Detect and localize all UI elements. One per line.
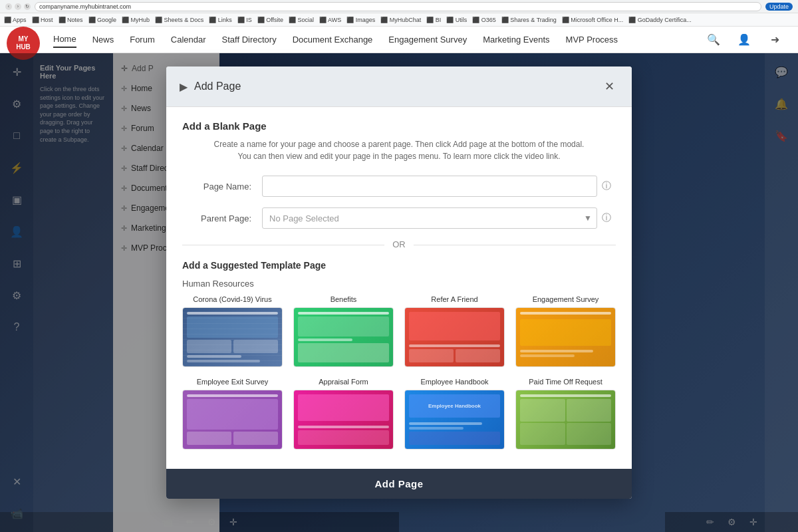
category-human-resources: Human Resources: [182, 279, 616, 289]
parent-page-row: Parent Page: No Page Selected ▼ ⓘ: [182, 207, 616, 229]
parent-page-info-icon[interactable]: ⓘ: [597, 212, 616, 224]
parent-page-select[interactable]: No Page Selected: [262, 207, 597, 229]
logout-button[interactable]: ➜: [765, 30, 785, 50]
modal-video-icon: ▶: [180, 80, 188, 93]
template-pto-thumb: [515, 390, 616, 450]
templates-grid-row2: Employee Exit Survey Appraisa: [182, 378, 616, 450]
template-benefits-thumb: [293, 307, 394, 367]
nav-staff[interactable]: Staff Directory: [222, 32, 277, 47]
nav-icons: 🔍 👤 ➜: [704, 30, 785, 50]
templates-grid-row1: Corona (Covid-19) Virus: [182, 295, 616, 367]
nav-mvp[interactable]: MVP Process: [566, 32, 618, 47]
page-name-row: Page Name: ⓘ: [182, 176, 616, 197]
add-page-submit-button[interactable]: Add Page: [374, 478, 423, 489]
bookmark-myhubchat[interactable]: ⬛ MyHubChat: [380, 17, 421, 23]
template-engagement-thumb: [515, 307, 616, 367]
url-text: companyname.myhubintranet.com: [39, 3, 131, 10]
url-bar[interactable]: companyname.myhubintranet.com: [35, 2, 761, 11]
modal-overlay: ▶ Add Page ✕ Add a Blank Page Create a n…: [0, 53, 798, 532]
nav-home[interactable]: Home: [53, 31, 76, 48]
bookmark-bi[interactable]: ⬛ BI: [426, 17, 441, 23]
blank-page-description: Create a name for your page and choose a…: [182, 138, 616, 162]
nav-forum[interactable]: Forum: [130, 32, 155, 47]
bookmark-links[interactable]: ⬛ Links: [209, 17, 232, 23]
bookmark-utils[interactable]: ⬛ Utils: [446, 17, 467, 23]
template-handbook-thumb: Employee Handbook: [404, 390, 505, 450]
template-covid-label: Corona (Covid-19) Virus: [182, 295, 283, 303]
page-name-info-icon[interactable]: ⓘ: [597, 180, 616, 192]
main-nav: MYHUB Home News Forum Calendar Staff Dir…: [0, 27, 798, 53]
nav-marketing[interactable]: Marketing Events: [483, 32, 549, 47]
template-pto-label: Paid Time Off Request: [515, 378, 616, 386]
parent-page-label: Parent Page:: [182, 213, 262, 223]
bookmark-offsite[interactable]: ⬛ Offsite: [257, 17, 283, 23]
bookmark-sheets[interactable]: ⬛ Sheets & Docs: [155, 17, 203, 23]
template-appraisal-thumb: [293, 390, 394, 450]
bookmark-godaddy-cert[interactable]: ⬛ GoDaddy Certifica...: [628, 17, 692, 23]
template-refer-thumb: [404, 307, 505, 367]
or-divider: OR: [182, 239, 616, 249]
template-refer-label: Refer A Friend: [404, 295, 505, 303]
template-card-pto[interactable]: Paid Time Off Request: [515, 378, 616, 450]
template-card-refer[interactable]: Refer A Friend: [404, 295, 505, 367]
template-covid-thumb: [182, 307, 283, 367]
modal-body: Add a Blank Page Create a name for your …: [166, 107, 632, 469]
nav-news[interactable]: News: [92, 32, 114, 47]
bookmark-host[interactable]: ⬛ Host: [32, 17, 53, 23]
template-card-handbook[interactable]: Employee Handbook Employee Handbook: [404, 378, 505, 450]
bookmark-notes[interactable]: ⬛ Notes: [59, 17, 83, 23]
bookmark-myhub[interactable]: ⬛ MyHub: [122, 17, 150, 23]
template-benefits-label: Benefits: [293, 295, 394, 303]
parent-page-select-wrapper: No Page Selected ▼: [262, 207, 597, 229]
template-engagement-label: Engagement Survey: [515, 295, 616, 303]
add-page-modal: ▶ Add Page ✕ Add a Blank Page Create a n…: [166, 66, 632, 499]
nav-survey[interactable]: Engagement Survey: [388, 32, 467, 47]
template-section-title: Add a Suggested Template Page: [182, 260, 616, 271]
nav-calendar[interactable]: Calendar: [171, 32, 206, 47]
browser-controls: ‹ › ↻: [5, 3, 31, 10]
bookmark-o365[interactable]: ⬛ O365: [472, 17, 496, 23]
template-exit-thumb: [182, 390, 283, 450]
bookmark-is[interactable]: ⬛ IS: [237, 17, 252, 23]
bookmark-social[interactable]: ⬛ Social: [289, 17, 314, 23]
page-name-label: Page Name:: [182, 182, 262, 192]
profile-button[interactable]: 👤: [734, 30, 754, 50]
template-handbook-label: Employee Handbook: [404, 378, 505, 386]
bookmark-aws[interactable]: ⬛ AWS: [319, 17, 341, 23]
bookmark-apps[interactable]: ⬛ Apps: [4, 17, 27, 23]
bookmark-shares[interactable]: ⬛ Shares & Trading: [501, 17, 557, 23]
template-card-benefits[interactable]: Benefits: [293, 295, 394, 367]
template-card-appraisal[interactable]: Appraisal Form: [293, 378, 394, 450]
template-card-covid[interactable]: Corona (Covid-19) Virus: [182, 295, 283, 367]
modal-header-left: ▶ Add Page: [180, 80, 241, 93]
blank-page-title: Add a Blank Page: [182, 120, 616, 132]
browser-bar: ‹ › ↻ companyname.myhubintranet.com Upda…: [0, 0, 798, 13]
nav-docs[interactable]: Document Exchange: [293, 32, 373, 47]
bookmark-images[interactable]: ⬛ Images: [346, 17, 375, 23]
page-name-input[interactable]: [262, 176, 597, 197]
template-appraisal-label: Appraisal Form: [293, 378, 394, 386]
nav-items: Home News Forum Calendar Staff Directory…: [53, 31, 618, 48]
bookmark-google[interactable]: ⬛ Google: [88, 17, 117, 23]
bookmarks-bar: ⬛ Apps ⬛ Host ⬛ Notes ⬛ Google ⬛ MyHub ⬛…: [0, 13, 798, 27]
search-button[interactable]: 🔍: [704, 30, 724, 50]
template-card-exit[interactable]: Employee Exit Survey: [182, 378, 283, 450]
template-card-engagement[interactable]: Engagement Survey: [515, 295, 616, 367]
modal-footer: Add Page: [166, 469, 632, 499]
forward-btn[interactable]: ›: [15, 3, 21, 10]
template-exit-label: Employee Exit Survey: [182, 378, 283, 386]
bookmark-msoffice[interactable]: ⬛ Microsoft Office H...: [562, 17, 623, 23]
modal-header: ▶ Add Page ✕: [166, 66, 632, 107]
modal-close-button[interactable]: ✕: [600, 77, 618, 96]
back-btn[interactable]: ‹: [5, 3, 12, 10]
refresh-btn[interactable]: ↻: [24, 3, 31, 10]
update-badge[interactable]: Update: [765, 3, 793, 11]
modal-title: Add Page: [194, 80, 241, 92]
